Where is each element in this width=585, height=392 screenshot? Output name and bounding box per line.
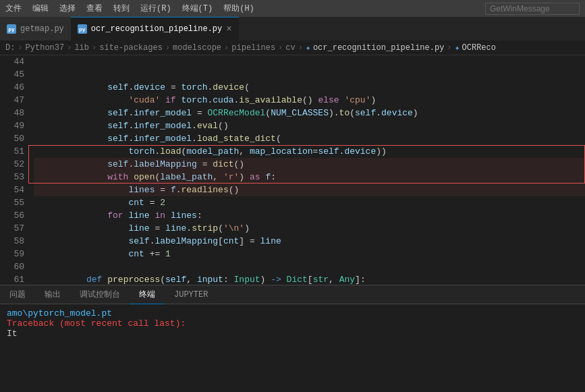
menu-bar-right	[485, 3, 580, 15]
code-line-61: if isinstance(input, str):	[34, 273, 585, 285]
code-line-58: cnt += 1	[34, 235, 585, 248]
breadcrumb: D: › Python37 › lib › site-packages › mo…	[0, 40, 585, 55]
tab-label-ocr: ocr_recognition_pipeline.py	[91, 24, 222, 34]
menu-help[interactable]: 帮助(H)	[223, 3, 254, 14]
terminal-line-2: Traceback (most recent call last):	[7, 318, 578, 329]
menu-bar: 文件 编辑 选择 查看 转到 运行(R) 终端(T) 帮助(H)	[0, 0, 585, 17]
editor-area: 44 45 46 47 48 49 50 51 52 53 54 55 56 5…	[0, 55, 585, 285]
code-line-48: self.infer_model.eval()	[34, 107, 585, 119]
menu-terminal[interactable]: 终端(T)	[182, 3, 213, 14]
code-line-54: cnt = 2	[34, 184, 585, 196]
code-line-59	[34, 248, 585, 260]
tab-ocr[interactable]: py ocr_recognition_pipeline.py ×	[71, 17, 239, 40]
menu-run[interactable]: 运行(R)	[140, 3, 171, 14]
code-line-60: def preprocess(self, input: Input) -> Di…	[34, 260, 585, 273]
menu-select[interactable]: 选择	[59, 3, 76, 14]
panel-tabs: 问题 输出 调试控制台 终端 JUPYTER	[0, 285, 585, 304]
tab-icon-getmap: py	[7, 24, 16, 34]
code-content[interactable]: self.device = torch.device( 'cuda' if to…	[28, 55, 585, 285]
code-line-46: 'cuda' if torch.cuda.is_available() else…	[34, 81, 585, 94]
terminal-content: amo\pytorch_model.pt Traceback (most rec…	[0, 304, 585, 392]
line-numbers: 44 45 46 47 48 49 50 51 52 53 54 55 56 5…	[0, 55, 28, 285]
code-line-50: torch.load(model_path, map_location=self…	[34, 132, 585, 145]
code-line-52: with open(label_path, 'r') as f:	[34, 158, 585, 171]
tabs-bar: py getmap.py py ocr_recognition_pipeline…	[0, 17, 585, 40]
panel-tab-debug[interactable]: 调试控制台	[70, 285, 130, 304]
search-input[interactable]	[485, 3, 580, 15]
menu-file[interactable]: 文件	[5, 3, 22, 14]
tab-label-getmap: getmap.py	[20, 24, 64, 34]
bottom-panel: 问题 输出 调试控制台 终端 JUPYTER amo\pytorch_model…	[0, 285, 585, 392]
code-line-51: self.labelMapping = dict()	[34, 145, 585, 158]
terminal-line-1: amo\pytorch_model.pt	[7, 308, 578, 318]
panel-tab-output[interactable]: 输出	[35, 285, 70, 304]
tab-icon-ocr: py	[78, 24, 87, 34]
menu-edit[interactable]: 编辑	[32, 3, 49, 14]
menu-goto[interactable]: 转到	[113, 3, 130, 14]
terminal-line-3: It	[7, 329, 578, 339]
code-line-55: for line in lines:	[34, 196, 585, 209]
code-line-56: line = line.strip('\n')	[34, 209, 585, 222]
tab-getmap[interactable]: py getmap.py	[0, 17, 71, 40]
code-line-57: self.labelMapping[cnt] = line	[34, 222, 585, 235]
panel-tab-jupyter[interactable]: JUPYTER	[165, 285, 217, 304]
panel-tab-problems[interactable]: 问题	[0, 285, 35, 304]
code-line-47: self.infer_model = OCRRecModel(NUM_CLASS…	[34, 94, 585, 107]
menu-view[interactable]: 查看	[86, 3, 103, 14]
code-line-44	[34, 55, 585, 68]
code-line-49: self.infer_model.load_state_dict(	[34, 119, 585, 132]
code-line-45: self.device = torch.device(	[34, 68, 585, 81]
panel-tab-terminal[interactable]: 终端	[130, 285, 165, 304]
close-tab-button[interactable]: ×	[226, 24, 231, 34]
code-line-53: lines = f.readlines()	[34, 171, 585, 184]
